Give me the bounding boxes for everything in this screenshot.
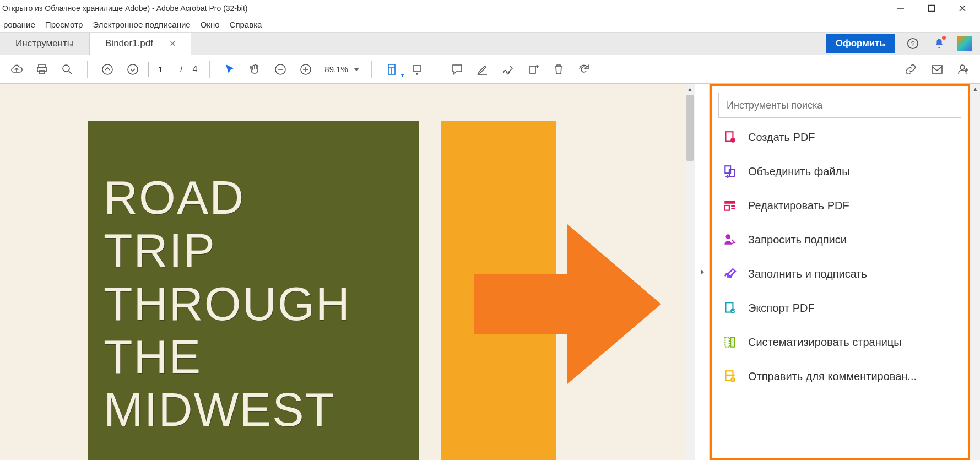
tab-document[interactable]: Binder1.pdf × (90, 33, 191, 55)
tool-item[interactable]: Экспорт PDF (718, 291, 961, 325)
svg-rect-22 (932, 66, 942, 73)
tool-item[interactable]: Запросить подписи (718, 223, 961, 257)
document-heading: ROAD TRIP THROUGH THE MIDWEST (104, 171, 405, 436)
menu-bar: рование Просмотр Электронное подписание … (0, 17, 980, 32)
tool-item[interactable]: +Создать PDF (718, 120, 961, 154)
tool-label: Редактировать PDF (748, 199, 849, 212)
hand-tool-icon[interactable] (245, 59, 265, 79)
window-titlebar: Открыто из Облачное хранилище Adobe) - A… (0, 0, 980, 17)
tool-icon (722, 266, 738, 282)
fit-width-icon[interactable] (407, 59, 427, 79)
tool-item[interactable]: Редактировать PDF (718, 188, 961, 223)
panel-collapse-button[interactable] (695, 84, 709, 460)
page-total: 4 (190, 64, 199, 74)
redo-icon[interactable] (574, 59, 594, 79)
page-number-input[interactable] (148, 62, 172, 77)
highlight-icon[interactable] (473, 59, 492, 79)
svg-point-9 (63, 65, 69, 72)
document-viewport[interactable]: ROAD TRIP THROUGH THE MIDWEST (0, 84, 685, 460)
menu-item[interactable]: Электронное подписание (93, 20, 190, 29)
tool-icon: + (722, 129, 738, 145)
document-scrollbar[interactable]: ▲ (685, 84, 695, 460)
tools-panel: +Создать PDFОбъединить файлыРедактироват… (709, 84, 980, 460)
tool-icon (722, 163, 738, 180)
share-people-icon[interactable] (954, 59, 973, 79)
close-button[interactable] (955, 1, 970, 16)
menu-item[interactable]: Просмотр (45, 20, 83, 29)
tool-label: Запросить подписи (748, 234, 847, 246)
help-icon[interactable]: ? (904, 35, 922, 52)
tool-icon (722, 197, 738, 214)
tool-icon (722, 334, 738, 350)
svg-rect-29 (724, 201, 735, 203)
tab-tools[interactable]: Инструменты (0, 33, 90, 55)
cloud-upload-icon[interactable] (7, 59, 26, 79)
zoom-value: 89.1% (321, 64, 351, 74)
toolbar: / 4 89.1% ▼ (0, 55, 980, 84)
tool-label: Заполнить и подписать (748, 268, 867, 280)
svg-line-10 (69, 71, 72, 74)
panel-scrollbar[interactable]: ▲ (970, 84, 980, 460)
svg-rect-35 (725, 337, 729, 347)
tool-icon (722, 300, 738, 316)
page-content-block: ROAD TRIP THROUGH THE MIDWEST (88, 121, 419, 460)
svg-rect-1 (929, 6, 935, 12)
tool-label: Систематизировать страницы (748, 336, 902, 349)
print-icon[interactable] (32, 59, 52, 79)
scroll-up-icon[interactable]: ▲ (685, 84, 695, 94)
main-area: ROAD TRIP THROUGH THE MIDWEST ▲ +Создать… (0, 84, 980, 460)
tool-icon (722, 368, 738, 385)
scroll-up-icon[interactable]: ▲ (971, 84, 980, 94)
subscribe-button[interactable]: Оформить (826, 34, 895, 53)
menu-item[interactable]: рование (3, 20, 35, 29)
rotate-page-icon[interactable] (523, 59, 543, 79)
tab-label: Binder1.pdf (105, 38, 153, 49)
page-display-icon[interactable]: ▼ (382, 59, 402, 79)
sign-icon[interactable] (498, 59, 518, 79)
zoom-out-icon[interactable] (270, 59, 290, 79)
tabs-bar: Инструменты Binder1.pdf × Оформить ? (0, 32, 980, 55)
svg-rect-19 (413, 66, 421, 71)
menu-item[interactable]: Окно (201, 20, 220, 29)
svg-rect-21 (530, 66, 535, 73)
scroll-thumb[interactable] (686, 95, 694, 161)
select-tool-icon[interactable] (220, 59, 240, 79)
email-icon[interactable] (927, 59, 947, 79)
svg-point-12 (128, 64, 138, 74)
share-link-icon[interactable] (901, 59, 921, 79)
tool-item[interactable]: Систематизировать страницы (718, 325, 961, 359)
notifications-icon[interactable] (930, 35, 948, 52)
svg-text:+: + (732, 138, 734, 143)
account-avatar[interactable] (957, 36, 972, 51)
zoom-in-icon[interactable] (296, 59, 316, 79)
tool-item[interactable]: Отправить для комментирован... (718, 359, 961, 393)
svg-text:?: ? (911, 40, 914, 48)
page-down-icon[interactable] (123, 59, 143, 79)
svg-rect-30 (724, 205, 729, 210)
tool-label: Экспорт PDF (748, 302, 815, 315)
comment-icon[interactable] (447, 59, 467, 79)
svg-point-23 (960, 65, 965, 69)
tool-label: Объединить файлы (748, 165, 850, 178)
tab-label: Инструменты (15, 38, 74, 49)
tool-label: Создать PDF (748, 131, 815, 144)
annotation-arrow (474, 224, 661, 384)
tools-search-input[interactable] (727, 100, 953, 111)
menu-item[interactable]: Справка (230, 20, 262, 29)
svg-rect-36 (730, 337, 735, 347)
page-up-icon[interactable] (98, 59, 117, 79)
svg-point-11 (102, 64, 112, 74)
zoom-dropdown[interactable]: 89.1% (321, 64, 361, 74)
svg-rect-8 (39, 71, 45, 74)
tab-close-icon[interactable]: × (170, 38, 176, 50)
tools-search[interactable] (718, 93, 961, 118)
delete-icon[interactable] (549, 59, 568, 79)
window-title: Открыто из Облачное хранилище Adobe) - A… (2, 4, 247, 13)
minimize-button[interactable] (893, 1, 908, 16)
tool-label: Отправить для комментирован... (748, 370, 917, 383)
tool-item[interactable]: Объединить файлы (718, 154, 961, 188)
search-icon[interactable] (57, 59, 77, 79)
tools-panel-highlight: +Создать PDFОбъединить файлыРедактироват… (710, 84, 970, 460)
tool-item[interactable]: Заполнить и подписать (718, 257, 961, 291)
maximize-button[interactable] (924, 1, 939, 16)
